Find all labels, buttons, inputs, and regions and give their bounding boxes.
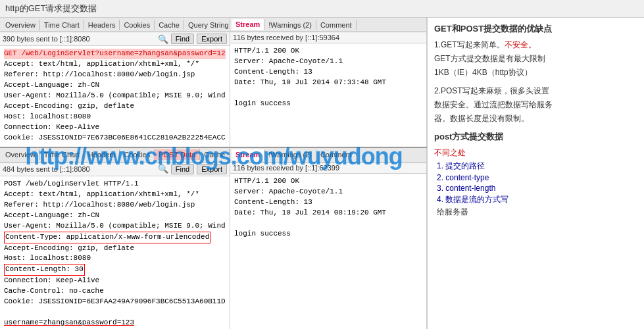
right-text: 2.POST写起来麻烦，很多头设置 [434, 85, 637, 97]
right-section-title: GET和POST提交数据的优缺点 [434, 23, 637, 35]
right-section-2: 2.POST写起来麻烦，很多头设置 数据安全。通过流把数据写给服务 器。数据长度… [434, 85, 637, 124]
content-line: login success [234, 229, 422, 240]
content-line: Date: Thu, 10 Jul 2014 07:33:48 GMT [234, 78, 422, 88]
right-text: 1.GET写起来简单。不安全。 [434, 39, 637, 51]
top-response-tabs: Stream !Warnings (2) Comment [230, 18, 426, 32]
diff-item-2: 2. content-type [434, 173, 637, 182]
content-line: Server: Apache-Coyote/1.1 [234, 57, 422, 67]
bottom-response-toolbar: 116 bytes received by [::1]:62399 [230, 163, 426, 174]
tab-comment-top[interactable]: Comment [316, 20, 357, 30]
content-line: HTTP/1.1 200 OK [234, 176, 422, 187]
top-response-bytes: 116 bytes received by [::1]:59364 [233, 34, 424, 41]
export-button-b[interactable]: Export [197, 164, 227, 174]
top-response-content: HTTP/1.1 200 OK Server: Apache-Coyote/1.… [230, 43, 426, 147]
content-line: Accept: text/html, application/xhtml+xml… [4, 59, 226, 70]
content-line: Date: Thu, 10 Jul 2014 08:19:20 GMT [234, 208, 422, 218]
bottom-response-content: HTTP/1.1 200 OK Server: Apache-Coyote/1.… [230, 174, 426, 329]
top-response-toolbar: 116 bytes received by [::1]:59364 [230, 32, 426, 43]
content-line: Cache-Control: no-cache [4, 286, 226, 297]
search-icon: 🔍 [158, 34, 168, 44]
content-line-body: username=zhangsan&password=123 [4, 318, 226, 328]
tab-postdata-b[interactable]: POST Data [155, 149, 200, 160]
content-line: Accept-Language: zh-CN [4, 80, 226, 91]
tab-stream-top[interactable]: Stream [232, 19, 264, 30]
tab-querystring[interactable]: Query String [184, 20, 230, 30]
content-line: Connection: Keep-Alive [4, 122, 226, 133]
post-section-title: post方式提交数据 [434, 131, 637, 143]
content-line [234, 218, 422, 229]
bottom-request-toolbar: 484 bytes sent to [::1]:8080 🔍 Find Expo… [0, 163, 230, 176]
content-line-content-type: Content-Type: application/x-www-form-url… [4, 232, 226, 243]
tab-timechart-b[interactable]: Time Chart [40, 149, 84, 160]
right-text-diff: 不同之处 [434, 147, 637, 159]
tab-overview[interactable]: Overview [1, 20, 40, 30]
right-text: 器。数据长度是没有限制。 [434, 113, 637, 124]
find-button[interactable]: Find [171, 34, 194, 44]
export-button[interactable]: Export [197, 34, 227, 44]
content-line-content-length: Content-Length: 30 [4, 264, 226, 276]
content-line: login success [234, 99, 422, 109]
content-line: Host: localhost:8080 [4, 112, 226, 122]
tab-overview-b[interactable]: Overview [1, 149, 40, 160]
bottom-request-content: POST /web/LoginServlet HTTP/1.1 Accept: … [0, 176, 230, 329]
content-line: User-Agent: Mozilla/5.0 (compatible; MSI… [4, 91, 226, 101]
tab-cache-b[interactable]: Cache [200, 149, 230, 160]
top-request-toolbar: 390 bytes sent to [::1]:8080 🔍 Find Expo… [0, 32, 230, 46]
diff-item-1: 1. 提交的路径 [434, 161, 637, 172]
content-line: Server: Apache-Coyote/1.1 [234, 187, 422, 197]
diff-item-4: 4. 数据是流的方式写 [434, 194, 637, 205]
content-line: User-Agent: Mozilla/5.0 (compatible; MSI… [4, 221, 226, 232]
tab-cookies[interactable]: Cookies [120, 20, 155, 30]
top-request-content: GET /web/LoginServlet?username=zhangsan&… [0, 46, 230, 147]
content-line: Accept: text/html, application/xhtml+xml… [4, 190, 226, 200]
content-line: POST /web/LoginServlet HTTP/1.1 [4, 179, 226, 190]
top-request-tabs: Overview Time Chart Headers Cookies Cach… [0, 18, 230, 32]
tab-stream-bottom[interactable]: Stream [232, 149, 264, 161]
content-line: Content-Length: 13 [234, 197, 422, 208]
bottom-request-bytes: 484 bytes sent to [::1]:8080 [3, 165, 155, 173]
content-line: Connection: Keep-Alive [4, 276, 226, 286]
find-button-b[interactable]: Find [171, 164, 194, 174]
content-line: Host: localhost:8080 [4, 253, 226, 264]
content-line: Cookie: JSESSIONID=7E673BC06E8641CC2810A… [4, 133, 226, 143]
bottom-response-bytes: 116 bytes received by [::1]:62399 [233, 164, 424, 172]
content-line: Cookie: JSESSIONID=6E3FAA249A79096F3BC6C… [4, 297, 226, 307]
right-section-3: post方式提交数据 不同之处 1. 提交的路径 2. content-type… [434, 131, 637, 218]
content-line: Content-Length: 13 [234, 67, 422, 78]
tab-headers-b[interactable]: Headers [84, 149, 120, 160]
content-line: Referer: http://localhost:8080/web/login… [4, 200, 226, 211]
tab-warnings-top[interactable]: !Warnings (2) [264, 20, 316, 30]
right-text: 1KB（IE）4KB（http协议） [434, 66, 637, 78]
tab-timechart[interactable]: Time Chart [40, 20, 84, 30]
diff-item-5: 给服务器 [434, 207, 637, 218]
tab-cookies-b[interactable]: Cookies [120, 149, 155, 160]
content-line: HTTP/1.1 200 OK [234, 46, 422, 57]
bottom-response-tabs: Stream !Warnings (2) Comment [230, 148, 426, 163]
content-line-get: GET /web/LoginServlet?username=zhangsan&… [4, 49, 226, 59]
bottom-request-tabs: Overview Time Chart Headers Cookies POST… [0, 148, 230, 163]
top-request-bytes: 390 bytes sent to [::1]:8080 [3, 35, 155, 43]
right-panel: GET和POST提交数据的优缺点 1.GET写起来简单。不安全。 GET方式提交… [428, 18, 644, 329]
content-line: Accept-Encoding: gzip, deflate [4, 243, 226, 254]
right-section-1: GET和POST提交数据的优缺点 1.GET写起来简单。不安全。 GET方式提交… [434, 23, 637, 78]
content-line: Accept-Encoding: gzip, deflate [4, 101, 226, 112]
page-title: http的GET请求提交数据 [0, 0, 644, 18]
tab-headers[interactable]: Headers [84, 20, 120, 30]
content-line: Accept-Language: zh-CN [4, 211, 226, 221]
tab-comment-bottom[interactable]: Comment [316, 149, 357, 160]
right-text: GET方式提交数据是有最大限制 [434, 53, 637, 64]
tab-cache[interactable]: Cache [155, 20, 184, 30]
content-line [4, 307, 226, 318]
right-text: 数据安全。通过流把数据写给服务 [434, 99, 637, 111]
content-line [234, 88, 422, 99]
diff-item-3: 3. content-length [434, 184, 637, 193]
tab-warnings-bottom[interactable]: !Warnings (2) [264, 149, 316, 160]
search-icon-b: 🔍 [158, 164, 168, 174]
content-line: Referer: http://localhost:8080/web/login… [4, 70, 226, 80]
